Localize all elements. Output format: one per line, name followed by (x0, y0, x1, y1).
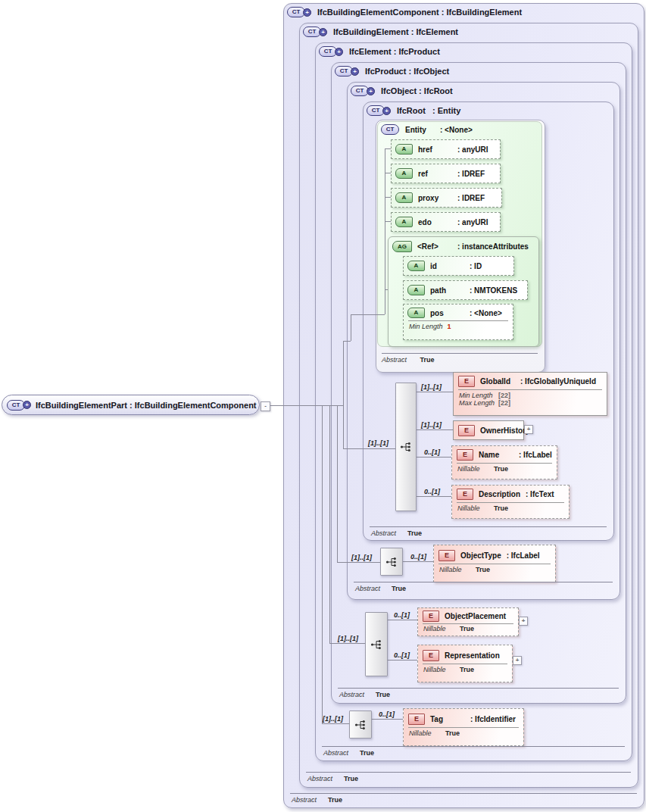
element-type: : IfcGloballyUniqueId (520, 377, 596, 386)
attribute-name: ref (418, 170, 452, 178)
fact-label: Min Length (409, 323, 445, 330)
element-name: Name (479, 451, 513, 459)
header-ifcroot: CT+ IfcRoot : Entity (367, 105, 460, 117)
fact-value: True (328, 796, 342, 804)
fact-value: True (494, 504, 508, 512)
plus-glyph: + (303, 8, 311, 17)
attribute-name: href (418, 145, 452, 154)
expand-button[interactable]: + (513, 656, 522, 665)
attribute-type: : <None> (470, 309, 502, 317)
attribute-id[interactable]: A id : ID (403, 256, 514, 276)
connector-line (343, 448, 395, 449)
cardinality-label: 0..[1] (410, 553, 426, 561)
connector-line (329, 643, 365, 644)
connector-line (385, 148, 391, 149)
connector-line (337, 405, 338, 562)
fact-nillable: NillableTrue (452, 504, 569, 512)
attribute-type: : IDREF (457, 170, 485, 178)
header-entity: CT Entity: <None> (381, 123, 473, 136)
connector-line (386, 660, 417, 661)
attribute-edo[interactable]: A edo : anyURI (391, 212, 501, 232)
plus-glyph: + (23, 401, 31, 409)
header-label: IfcProduct : IfcObject (365, 67, 449, 76)
fact-value: 1 (448, 323, 451, 330)
attribute-proxy[interactable]: A proxy : IDREF (391, 188, 502, 208)
fact-value: [22] (498, 399, 510, 407)
element-icon: E (423, 650, 439, 661)
element-objectplacement[interactable]: EObjectPlacement NillableTrue (417, 607, 519, 636)
attribute-icon: A (407, 261, 425, 271)
fact-label: Min Length (459, 392, 498, 399)
connector-line (371, 719, 403, 720)
complextype-icon: CT+ (335, 66, 359, 77)
header-label: IfcElement : IfcProduct (349, 47, 440, 56)
divider (438, 564, 551, 564)
element-type: : IfcLabel (519, 451, 552, 459)
element-type: : IfcIdentifier (470, 715, 516, 723)
sequence-glyph-icon (400, 442, 412, 452)
sequence-glyph-icon (370, 639, 382, 650)
complextype-icon: CT+ (303, 27, 327, 37)
element-tag[interactable]: ETag: IfcIdentifier NillableTrue (403, 708, 524, 746)
cardinality-label: 0..[1] (424, 488, 440, 495)
element-representation[interactable]: ERepresentation NillableTrue (417, 645, 513, 682)
fact-nillable: NillableTrue (418, 666, 512, 673)
connector-line (322, 405, 323, 723)
element-icon: E (458, 425, 475, 436)
attribute-icon: A (407, 308, 425, 318)
element-icon: E (457, 449, 473, 461)
sequence-icon-ifcroot[interactable] (395, 383, 417, 511)
main-element-ifcbuildingelementpart[interactable]: CT+ IfcBuildingElementPart : IfcBuilding… (2, 395, 260, 415)
complextype-icon: CT+ (287, 7, 311, 17)
collapse-button[interactable]: - (261, 401, 270, 411)
fact-value: True (360, 749, 374, 757)
divider (408, 727, 519, 728)
expand-button[interactable]: + (524, 425, 533, 434)
header-label: IfcObject : IfcRoot (381, 86, 453, 95)
attribute-pos[interactable]: A pos : <None> Min Length 1 (403, 304, 513, 340)
element-globalid[interactable]: EGlobalId: IfcGloballyUniqueId Min Lengt… (453, 372, 607, 416)
header-ifcbuildingelement: CT+ IfcBuildingElement : IfcElement (303, 26, 458, 38)
attribute-icon: A (395, 168, 413, 179)
attribute-type: : ID (470, 262, 482, 270)
connector-line (270, 405, 343, 406)
attribute-ref[interactable]: A ref : IDREF (391, 164, 501, 183)
cardinality-label: 0..[1] (394, 651, 410, 659)
attribute-href[interactable]: A href : anyURI (391, 139, 501, 159)
attribute-name: edo (418, 218, 452, 226)
sequence-icon-ifcobject[interactable] (380, 548, 403, 576)
divider (408, 320, 508, 321)
header-ifcobject: CT+ IfcObject : IfcRoot (351, 85, 453, 97)
plus-glyph: + (382, 107, 391, 115)
element-ownerhistory[interactable]: EOwnerHistory (453, 420, 524, 440)
connector-line (385, 197, 391, 198)
cardinality-label: [1]..[1] (421, 421, 442, 429)
attribute-path[interactable]: A path : NMTOKENS (403, 280, 528, 300)
header-attribute-group: AG <Ref> : instanceAttributes (392, 240, 529, 252)
divider (423, 664, 507, 664)
cardinality-label: [1]..[1] (351, 554, 372, 561)
element-type: : IfcLabel (507, 551, 540, 560)
element-name-ifclabel[interactable]: EName: IfcLabel NillableTrue (451, 445, 557, 479)
element-icon: E (457, 489, 473, 500)
fact-value: True (476, 566, 490, 573)
fact-label: Nillable (423, 666, 460, 673)
cardinality-label: [1]..[1] (323, 715, 343, 723)
fact-minlength: Min Length 1 (404, 323, 513, 330)
element-description[interactable]: EDescription: IfcText NillableTrue (451, 485, 570, 519)
header-ifcproduct: CT+ IfcProduct : IfcObject (335, 65, 449, 77)
fact-label: Max Length (459, 399, 498, 407)
header-label: IfcRoot : Entity (397, 106, 460, 115)
sequence-icon-ifcelement[interactable] (349, 710, 372, 739)
connector-line (322, 723, 349, 724)
fact-label: Abstract (382, 356, 418, 364)
connector-line (343, 341, 351, 342)
expand-button[interactable]: + (519, 617, 528, 626)
connector-line (343, 341, 344, 448)
fact-value: True (344, 775, 358, 782)
sequence-icon-ifcproduct[interactable] (365, 612, 388, 676)
fact-value: True (460, 666, 474, 673)
connector-line (351, 314, 385, 315)
element-objecttype[interactable]: EObjectType: IfcLabel NillableTrue (433, 545, 556, 582)
fact-label: Nillable (423, 625, 460, 632)
